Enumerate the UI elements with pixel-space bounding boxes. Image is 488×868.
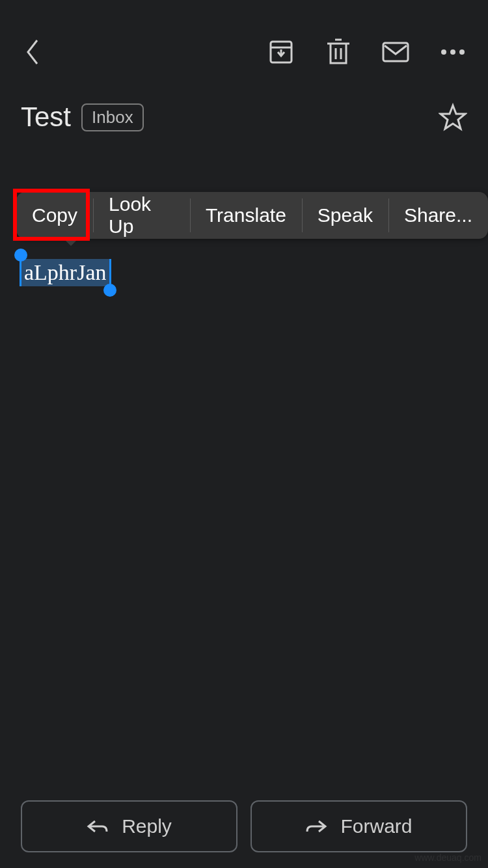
svg-rect-7 <box>383 43 408 61</box>
header-actions <box>267 38 475 66</box>
svg-point-10 <box>459 49 465 55</box>
selection-handle-end[interactable] <box>103 284 116 297</box>
back-button[interactable] <box>13 33 52 72</box>
archive-icon <box>268 39 294 65</box>
reply-button[interactable]: Reply <box>21 800 237 852</box>
translate-menu-item[interactable]: Translate <box>190 192 302 239</box>
app-header <box>0 0 488 98</box>
chevron-left-icon <box>24 38 41 66</box>
svg-marker-11 <box>441 105 465 129</box>
mark-unread-button[interactable] <box>381 38 410 66</box>
forward-icon <box>305 819 327 834</box>
email-subject: Test <box>21 102 71 133</box>
more-horizontal-icon <box>440 49 466 55</box>
forward-label: Forward <box>340 815 412 837</box>
svg-point-8 <box>441 49 446 55</box>
speak-menu-item[interactable]: Speak <box>302 192 388 239</box>
reply-icon <box>87 819 109 834</box>
star-outline-icon <box>439 103 467 131</box>
annotation-highlight <box>13 189 90 241</box>
envelope-icon <box>381 41 410 63</box>
lookup-menu-item[interactable]: Look Up <box>93 192 190 239</box>
svg-point-9 <box>450 49 455 55</box>
archive-button[interactable] <box>267 38 295 66</box>
more-button[interactable] <box>439 38 467 66</box>
watermark: www.deuaq.com <box>414 852 481 863</box>
delete-button[interactable] <box>324 38 353 66</box>
bottom-action-bar: Reply Forward <box>21 800 467 852</box>
email-body-selection[interactable]: aLphrJan <box>20 259 111 286</box>
trash-icon <box>326 38 351 66</box>
subject-row: Test Inbox <box>0 98 488 133</box>
reply-label: Reply <box>122 815 172 837</box>
selected-text[interactable]: aLphrJan <box>20 259 111 286</box>
star-button[interactable] <box>439 103 467 131</box>
share-menu-item[interactable]: Share... <box>388 192 488 239</box>
forward-button[interactable]: Forward <box>251 800 467 852</box>
selection-handle-start[interactable] <box>14 249 27 262</box>
inbox-label[interactable]: Inbox <box>81 103 144 131</box>
